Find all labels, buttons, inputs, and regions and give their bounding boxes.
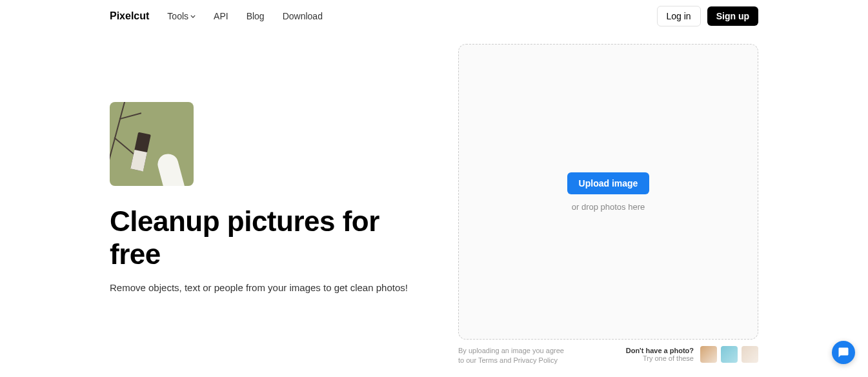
preview-bottle-decoration <box>130 132 151 172</box>
sample-image-3[interactable] <box>742 346 758 363</box>
logo[interactable]: Pixelcut <box>110 10 149 22</box>
sample-title: Don't have a photo? <box>626 347 694 354</box>
header-right: Log in Sign up <box>657 6 758 26</box>
main-content: Cleanup pictures for free Remove objects… <box>0 32 868 366</box>
dropzone[interactable]: Upload image or drop photos here <box>458 44 758 340</box>
hero-headline: Cleanup pictures for free <box>110 205 426 270</box>
upload-panel: Upload image or drop photos here By uplo… <box>458 44 758 366</box>
chat-icon <box>838 347 849 358</box>
terms-text: By uploading an image you agree to our T… <box>458 346 564 366</box>
nav-tools[interactable]: Tools <box>167 11 196 21</box>
chevron-down-icon <box>190 15 196 18</box>
sample-section: Don't have a photo? Try one of these <box>626 346 758 363</box>
preview-image <box>110 102 194 186</box>
nav-tools-label: Tools <box>167 11 188 21</box>
signup-button[interactable]: Sign up <box>707 6 758 26</box>
header-left: Pixelcut Tools API Blog Download <box>110 10 323 22</box>
sample-image-2[interactable] <box>721 346 738 363</box>
sample-text: Don't have a photo? Try one of these <box>626 347 694 362</box>
chat-button[interactable] <box>832 341 855 364</box>
nav-download[interactable]: Download <box>283 11 323 21</box>
preview-tube-decoration <box>156 152 185 186</box>
nav-links: Tools API Blog Download <box>167 11 323 21</box>
sample-subtitle: Try one of these <box>626 354 694 362</box>
below-dropzone: By uploading an image you agree to our T… <box>458 340 758 366</box>
terms-line2: to our Terms and Privacy Policy <box>458 356 564 365</box>
preview-branch-decoration <box>110 102 126 163</box>
main-header: Pixelcut Tools API Blog Download Log in … <box>0 0 868 32</box>
privacy-link[interactable]: Privacy Policy <box>513 356 557 364</box>
nav-blog[interactable]: Blog <box>247 11 265 21</box>
hero-panel: Cleanup pictures for free Remove objects… <box>110 44 426 366</box>
drop-text: or drop photos here <box>572 202 645 212</box>
hero-subheadline: Remove objects, text or people from your… <box>110 282 426 293</box>
login-button[interactable]: Log in <box>657 6 701 26</box>
nav-api[interactable]: API <box>214 11 228 21</box>
upload-button[interactable]: Upload image <box>567 172 650 194</box>
sample-image-1[interactable] <box>700 346 717 363</box>
terms-line1: By uploading an image you agree <box>458 346 564 356</box>
terms-link[interactable]: Terms <box>478 356 498 364</box>
sample-images <box>700 346 758 363</box>
